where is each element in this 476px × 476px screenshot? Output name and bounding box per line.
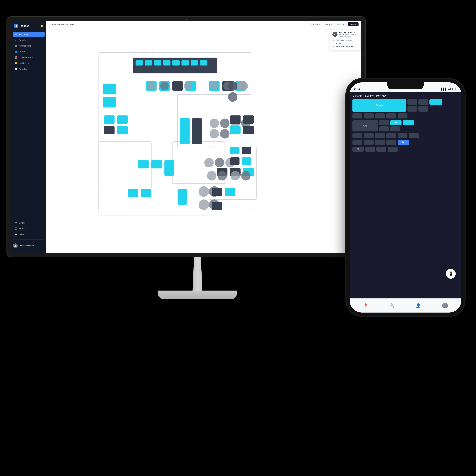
bookings-icon: ▦ xyxy=(15,44,17,47)
sidebar-bottom: ⚙ Settings 🎧 Support 💳 Billing xyxy=(11,220,46,237)
seat-d[interactable] xyxy=(386,113,396,119)
sidebar-item-my-bookings[interactable]: ▦ My Bookings xyxy=(13,43,45,49)
tooltip-action-email-label: nick.rader@inspace.app xyxy=(335,45,353,47)
wifi-icon: WiFi xyxy=(448,87,453,91)
seat-26[interactable]: 26 xyxy=(390,120,402,125)
sidebar-item-people[interactable]: 👥 People xyxy=(13,49,45,54)
seat-l[interactable] xyxy=(386,133,396,138)
desk-1[interactable] xyxy=(408,99,417,105)
date-field[interactable]: Tue Jul 10 xyxy=(335,22,347,26)
floor-plan-area[interactable]: NR Talk to Nick Rader Your dedicated Cus… xyxy=(46,28,361,253)
sidebar-item-search[interactable]: ⌕ Search xyxy=(13,37,45,43)
desk-row-4: 20 xyxy=(353,147,459,152)
tab-search[interactable]: 🔍 xyxy=(390,303,394,308)
bell-icon: 🔔 xyxy=(15,62,17,65)
notification-bell-icon[interactable]: 🔔 xyxy=(40,24,43,28)
sidebar-item-billing[interactable]: 💳 Billing xyxy=(13,232,45,237)
billing-icon: 💳 xyxy=(15,233,17,236)
tooltip-name: Talk to Nick Rader xyxy=(339,32,358,34)
seat-q[interactable] xyxy=(375,140,385,145)
desk-2[interactable] xyxy=(418,99,428,105)
tooltip-action-phone[interactable]: 📞 +1 617 233 7373 xyxy=(332,42,358,45)
svg-rect-8 xyxy=(145,60,152,66)
svg-rect-30 xyxy=(104,115,115,124)
room-omega[interactable]: Omega xyxy=(353,99,406,112)
avatar: JR xyxy=(13,243,18,248)
search-button[interactable]: Search xyxy=(348,22,358,26)
phone-icon: 📞 xyxy=(332,43,335,45)
sidebar-item-analytics[interactable]: 📊 Analytics xyxy=(13,66,45,72)
svg-point-61 xyxy=(231,171,240,181)
desk-4[interactable] xyxy=(408,106,417,112)
svg-point-41 xyxy=(220,129,229,138)
sidebar-nav: ⊞ Floor Plan ⌕ Search ▦ My Bookings xyxy=(11,32,46,215)
seat-20[interactable]: 20 xyxy=(353,147,364,152)
seat-a[interactable] xyxy=(353,113,362,119)
tab-user-avatar[interactable] xyxy=(442,303,448,308)
more-options-icon[interactable]: ⋯ xyxy=(455,94,458,98)
svg-rect-7 xyxy=(136,60,143,66)
seat-p[interactable] xyxy=(364,140,374,145)
seat-j[interactable] xyxy=(364,133,374,138)
seat-f[interactable] xyxy=(379,120,389,125)
seat-21[interactable]: 21 xyxy=(403,120,414,125)
seat-o[interactable] xyxy=(353,140,362,145)
svg-rect-44 xyxy=(230,126,240,135)
svg-point-59 xyxy=(207,171,216,181)
tooltip-action-email[interactable]: ✉ nick.rader@inspace.app xyxy=(332,45,358,48)
time-start-field[interactable]: 10:00 AM xyxy=(310,22,322,26)
seat-c[interactable] xyxy=(375,113,385,119)
seat-h[interactable] xyxy=(390,126,400,132)
svg-rect-64 xyxy=(141,189,151,197)
seat-b[interactable] xyxy=(364,113,374,119)
sidebar-item-support[interactable]: 🎧 Support xyxy=(13,226,45,231)
desk-5[interactable] xyxy=(418,106,428,112)
seat-s[interactable] xyxy=(365,147,375,152)
user-divider xyxy=(13,239,45,239)
tab-map[interactable]: 📍 xyxy=(363,303,368,308)
floor-plan-svg xyxy=(46,28,361,253)
nfc-scan-button[interactable]: 📳 xyxy=(446,269,456,279)
seat-16[interactable]: 16 xyxy=(398,140,409,145)
time-end-field[interactable]: 5:00 PM xyxy=(323,22,333,26)
email-icon: ✉ xyxy=(332,45,334,47)
iphone-bezel: 9:41 ▌▌▌ WiFi 🔋 9:00 AM - 5:00 PM | Mon … xyxy=(346,79,465,316)
seat-r[interactable] xyxy=(386,140,396,145)
seat-i[interactable] xyxy=(353,133,362,138)
svg-rect-31 xyxy=(117,115,128,124)
sidebar-item-calendar-view[interactable]: 📆 Calendar View xyxy=(13,55,45,60)
signal-icon: ▌▌▌ xyxy=(441,87,447,91)
sidebar-item-label-support: Support xyxy=(19,227,26,230)
sidebar-item-floor-plan[interactable]: ⊞ Floor Plan xyxy=(13,32,45,37)
seat-u[interactable] xyxy=(388,147,398,152)
tooltip-action-zoom[interactable]: 📅 Schedule a Zoom call xyxy=(332,39,358,42)
svg-point-49 xyxy=(204,158,214,167)
iphone-tabbar: 📍 🔍 👤 xyxy=(350,298,461,313)
svg-rect-42 xyxy=(230,115,240,124)
seat-e[interactable] xyxy=(398,113,408,119)
seat-n[interactable] xyxy=(409,133,419,138)
battery-icon: 🔋 xyxy=(454,87,457,91)
svg-rect-13 xyxy=(191,60,198,66)
svg-rect-63 xyxy=(128,189,138,197)
svg-rect-35 xyxy=(192,118,202,144)
chevron-down-icon[interactable]: ∨ xyxy=(76,23,78,25)
svg-point-50 xyxy=(215,158,224,167)
iphone-screen: 9:41 ▌▌▌ WiFi 🔋 9:00 AM - 5:00 PM | Mon … xyxy=(350,82,461,313)
sidebar-item-notifications[interactable]: 🔔 Notifications xyxy=(13,60,45,66)
room-alfa[interactable]: Alfa xyxy=(353,120,378,132)
sidebar: inspace 🔔 ⊞ Floor Plan ⌕ Search xyxy=(11,21,46,253)
tab-profile[interactable]: 👤 xyxy=(416,303,421,308)
seat-g[interactable] xyxy=(379,126,389,132)
sidebar-item-label-bookings: My Bookings xyxy=(19,45,31,47)
seat-m[interactable] xyxy=(398,133,408,138)
sidebar-item-settings[interactable]: ⚙ Settings xyxy=(13,220,45,225)
desk-3[interactable] xyxy=(429,99,442,105)
seat-k[interactable] xyxy=(375,133,385,138)
seat-t[interactable] xyxy=(376,147,386,152)
iphone-notch xyxy=(387,82,424,89)
seat-21-label: 21 xyxy=(407,121,409,124)
iphone-topbar-time: 9:00 AM - 5:00 PM | Mon May 7 xyxy=(353,94,389,97)
svg-rect-56 xyxy=(242,147,251,154)
back-arrow[interactable]: ‹ xyxy=(49,23,50,26)
